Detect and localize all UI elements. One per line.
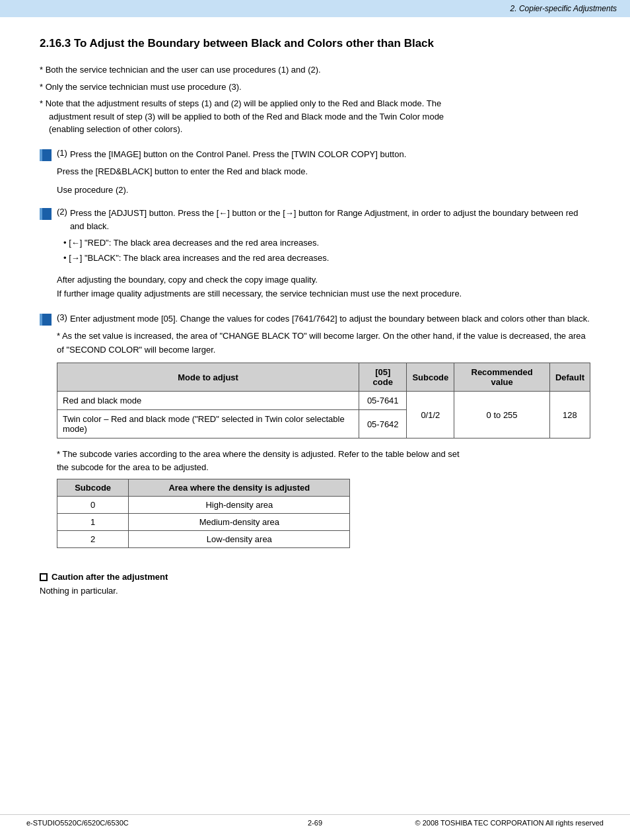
proc-3-note: * As the set value is increased, the are… [57, 330, 590, 357]
after-line-1: After adjusting the boundary, copy and c… [57, 273, 590, 287]
sub-table: Subcode Area where the density is adjust… [57, 479, 350, 548]
after-adjust: After adjusting the boundary, copy and c… [57, 273, 590, 301]
section-title: 2.16.3 To Adjust the Boundary between Bl… [40, 37, 590, 50]
note-1: * Both the service technician and the us… [40, 63, 590, 77]
notes-block: * Both the service technician and the us… [40, 63, 590, 136]
row1-mode: Red and black mode [57, 392, 359, 410]
sub-row2-code: 2 [57, 531, 129, 548]
caution-title: Caution after the adjustment [40, 572, 590, 582]
sub-row2-area: Low-density area [129, 531, 350, 548]
sub-table-header-row: Subcode Area where the density is adjust… [57, 479, 350, 497]
sub-col-subcode: Subcode [57, 479, 129, 497]
header-bar: 2. Copier-specific Adjustments [0, 0, 630, 17]
table-row: 1 Medium-density area [57, 514, 350, 531]
after-line-2: If further image quality adjustments are… [57, 287, 590, 301]
page-number: 2-69 [308, 819, 322, 827]
proc-2-text: Press the [ADJUST] button. Press the [←]… [70, 207, 590, 232]
sub-row0-code: 0 [57, 497, 129, 514]
main-content: 2.16.3 To Adjust the Boundary between Bl… [0, 17, 630, 635]
row1-subcode: 0/1/2 [407, 392, 454, 438]
caution-box-icon [40, 573, 48, 581]
sub-col-area: Area where the density is adjusted [129, 479, 350, 497]
row1-recommended: 0 to 255 [454, 392, 550, 438]
caution-body: Nothing in particular. [40, 586, 590, 596]
proc-3-text: Enter adjustment mode [05]. Change the v… [70, 312, 590, 326]
col-subcode: Subcode [407, 363, 454, 392]
proc-3-number: (3) [57, 312, 67, 322]
table-row: 2 Low-density area [57, 531, 350, 548]
subcode-note: * The subcode varies according to the ar… [57, 448, 590, 473]
main-table-section: Mode to adjust [05] code Subcode Recomme… [57, 363, 590, 438]
proc-1-number: (1) [57, 148, 67, 158]
proc-2-icon [40, 208, 52, 220]
footer-left: e-STUDIO5520C/6520C/6530C [26, 819, 129, 827]
sub-row1-code: 1 [57, 514, 129, 531]
proc-1-text: Press the [IMAGE] button on the Control … [70, 148, 590, 161]
col-default: Default [549, 363, 590, 392]
row1-code: 05-7641 [359, 392, 407, 410]
note-3: * Note that the adjustment results of st… [40, 97, 590, 136]
main-table-header-row: Mode to adjust [05] code Subcode Recomme… [57, 363, 590, 392]
proc-2-number: (2) [57, 207, 67, 217]
caution-title-text: Caution after the adjustment [52, 572, 168, 582]
table-row: 0 High-density area [57, 497, 350, 514]
bullet-2: • [→] "BLACK": The black area increases … [63, 252, 590, 265]
sub-row1-area: Medium-density area [129, 514, 350, 531]
footer-right: © 2008 TOSHIBA TEC CORPORATION All right… [415, 819, 604, 827]
note-2: * Only the service technician must use p… [40, 81, 590, 94]
header-text: 2. Copier-specific Adjustments [510, 4, 617, 13]
row2-code: 05-7642 [359, 410, 407, 438]
table-row: Red and black mode 05-7641 0/1/2 0 to 25… [57, 392, 590, 410]
subcode-note-line2: the subcode for the area to be adjusted. [57, 461, 590, 474]
procedure-3: (3) Enter adjustment mode [05]. Change t… [40, 312, 590, 326]
row1-default: 128 [549, 392, 590, 438]
proc-1-sub: Press the [RED&BLACK] button to enter th… [57, 165, 590, 179]
proc-2-bullets: • [←] "RED": The black area decreases an… [57, 236, 590, 265]
col-code: [05] code [359, 363, 407, 392]
bullet-1: • [←] "RED": The black area decreases an… [63, 236, 590, 250]
col-recommended: Recommended value [454, 363, 550, 392]
proc-1-icon [40, 149, 52, 161]
procedure-1: (1) Press the [IMAGE] button on the Cont… [40, 148, 590, 161]
caution-section: Caution after the adjustment Nothing in … [40, 572, 590, 596]
use-procedure: Use procedure (2). [57, 185, 590, 195]
sub-row0-area: High-density area [129, 497, 350, 514]
row2-mode: Twin color – Red and black mode ("RED" s… [57, 410, 359, 438]
sub-table-section: Subcode Area where the density is adjust… [57, 479, 590, 548]
procedure-2: (2) Press the [ADJUST] button. Press the… [40, 207, 590, 232]
main-table: Mode to adjust [05] code Subcode Recomme… [57, 363, 590, 438]
col-mode: Mode to adjust [57, 363, 359, 392]
subcode-note-line1: * The subcode varies according to the ar… [57, 448, 590, 461]
proc-3-icon [40, 314, 52, 326]
